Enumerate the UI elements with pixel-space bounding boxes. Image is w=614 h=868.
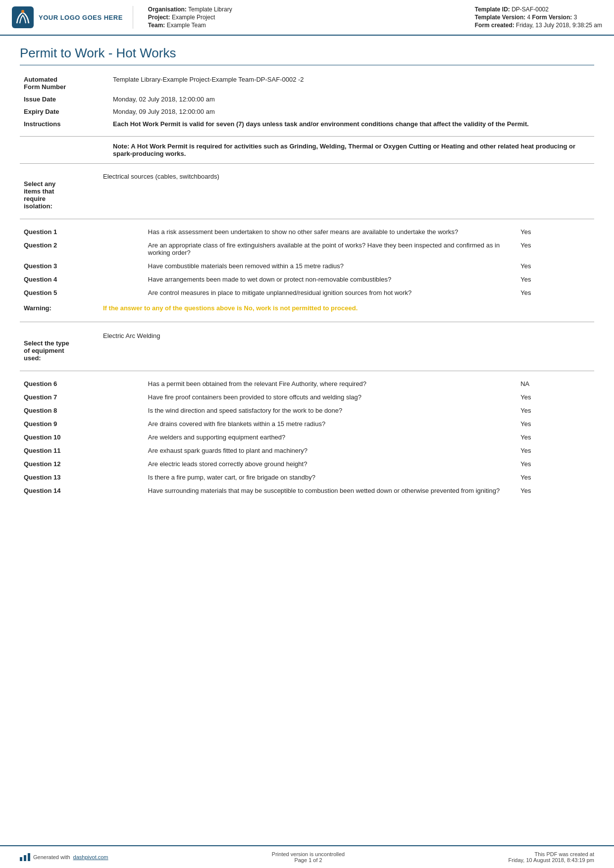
header-meta: Organisation: Template Library Project: … — [148, 6, 602, 29]
question-answer: Yes — [516, 390, 594, 404]
divider-4 — [20, 371, 594, 371]
question-text: Are welders and supporting equipment ear… — [144, 431, 516, 444]
pdf-created-date: Friday, 10 August 2018, 8:43:19 pm — [509, 857, 594, 863]
pdf-created-text: This PDF was created at — [509, 851, 594, 857]
expiry-date-value: Monday, 09 July 2018, 12:00:00 am — [109, 105, 594, 118]
question-id: Question 5 — [20, 286, 144, 299]
issue-date-value: Monday, 02 July 2018, 12:00:00 am — [109, 93, 594, 105]
question-id: Question 8 — [20, 404, 144, 417]
logo-icon — [12, 6, 34, 28]
logo-text: YOUR LOGO GOES HERE — [39, 14, 123, 21]
question-row: Question 10Are welders and supporting eq… — [20, 431, 594, 444]
warning-row: Warning: If the answer to any of the que… — [20, 301, 594, 315]
equipment-label: Select the type of equipment used: — [20, 329, 99, 365]
svg-rect-0 — [12, 6, 34, 28]
question-row: Question 2Are an appropriate class of fi… — [20, 239, 594, 259]
question-text: Has a risk assessment been undertaken to… — [144, 225, 516, 239]
footer: Generated with dashpivot.com Printed ver… — [0, 845, 614, 868]
question-id: Question 13 — [20, 471, 144, 484]
page: YOUR LOGO GOES HERE Organisation: Templa… — [0, 0, 614, 868]
question-text: Have arrangements been made to wet down … — [144, 273, 516, 286]
question-id: Question 1 — [20, 225, 144, 239]
project-field: Project: Example Project — [148, 14, 232, 21]
question-id: Question 12 — [20, 457, 144, 471]
warning-table: Warning: If the answer to any of the que… — [20, 301, 594, 315]
uncontrolled-text: Printed version is uncontrolled — [272, 851, 345, 857]
page-number: Page 1 of 2 — [272, 857, 345, 863]
question-id: Question 3 — [20, 259, 144, 273]
isolation-value: Electrical sources (cables, switchboards… — [99, 170, 594, 213]
question-answer: Yes — [516, 404, 594, 417]
organisation-field: Organisation: Template Library — [148, 6, 232, 13]
automated-label: Automated Form Number — [20, 73, 109, 93]
generated-text: Generated with — [33, 854, 70, 860]
question-answer: Yes — [516, 239, 594, 259]
question-answer: Yes — [516, 484, 594, 497]
header-meta-right: Template ID: DP-SAF-0002 Template Versio… — [475, 6, 602, 29]
question-text: Are exhaust spark guards fitted to plant… — [144, 444, 516, 457]
form-created-field: Form created: Friday, 13 July 2018, 9:38… — [475, 22, 602, 29]
question-text: Is there a fire pump, water cart, or fir… — [144, 471, 516, 484]
footer-bars-icon — [20, 853, 30, 861]
question-row: Question 9Are drains covered with fire b… — [20, 417, 594, 431]
issue-date-label: Issue Date — [20, 93, 109, 105]
question-row: Question 13Is there a fire pump, water c… — [20, 471, 594, 484]
question-answer: Yes — [516, 225, 594, 239]
question-id: Question 7 — [20, 390, 144, 404]
question-row: Question 11Are exhaust spark guards fitt… — [20, 444, 594, 457]
isolation-table: Select any items that require isolation:… — [20, 170, 594, 213]
divider-3 — [20, 219, 594, 219]
section-divider-1 — [20, 322, 594, 322]
question-text: Have combustible materials been removed … — [144, 259, 516, 273]
header: YOUR LOGO GOES HERE Organisation: Templa… — [0, 0, 614, 36]
question-row: Question 14Have surrounding materials th… — [20, 484, 594, 497]
template-version-field: Template Version: 4 Form Version: 3 — [475, 14, 602, 21]
document-title: Permit to Work - Hot Works — [20, 46, 594, 65]
question-text: Are control measures in place to mitigat… — [144, 286, 516, 299]
question-text: Has a permit been obtained from the rele… — [144, 377, 516, 390]
question-text: Is the wind direction and speed satisfac… — [144, 404, 516, 417]
instructions-row: Instructions Each Hot Work Permit is val… — [20, 118, 594, 130]
question-row: Question 4Have arrangements been made to… — [20, 273, 594, 286]
instructions-label: Instructions — [20, 118, 109, 130]
divider-2 — [20, 163, 594, 164]
question-row: Question 8Is the wind direction and spee… — [20, 404, 594, 417]
question-id: Question 11 — [20, 444, 144, 457]
expiry-date-row: Expiry Date Monday, 09 July 2018, 12:00:… — [20, 105, 594, 118]
question-id: Question 2 — [20, 239, 144, 259]
equipment-row: Select the type of equipment used: Elect… — [20, 329, 594, 365]
question-answer: Yes — [516, 273, 594, 286]
header-meta-left: Organisation: Template Library Project: … — [148, 6, 232, 29]
dashpivot-link[interactable]: dashpivot.com — [73, 854, 108, 860]
instructions-value: Each Hot Work Permit is valid for seven … — [109, 118, 594, 130]
equipment-value: Electric Arc Welding — [99, 329, 594, 365]
note-box: Note: A Hot Work Permit is required for … — [113, 143, 594, 157]
question-text: Are drains covered with fire blankets wi… — [144, 417, 516, 431]
warning-text: If the answer to any of the questions ab… — [99, 301, 594, 315]
question-answer: Yes — [516, 431, 594, 444]
svg-point-1 — [21, 10, 24, 13]
question-text: Have surrounding materials that may be s… — [144, 484, 516, 497]
question-id: Question 14 — [20, 484, 144, 497]
questions-table-2: Question 6Has a permit been obtained fro… — [20, 377, 594, 497]
question-answer: Yes — [516, 286, 594, 299]
question-text: Are an appropriate class of fire extingu… — [144, 239, 516, 259]
footer-right: This PDF was created at Friday, 10 Augus… — [509, 851, 594, 863]
question-row: Question 7Have fire proof containers bee… — [20, 390, 594, 404]
note-text: Note: A Hot Work Permit is required for … — [113, 143, 575, 157]
issue-date-row: Issue Date Monday, 02 July 2018, 12:00:0… — [20, 93, 594, 105]
question-text: Have fire proof containers been provided… — [144, 390, 516, 404]
questions-table-1: Question 1Has a risk assessment been und… — [20, 225, 594, 299]
automated-row: Automated Form Number Template Library-E… — [20, 73, 594, 93]
info-table: Automated Form Number Template Library-E… — [20, 73, 594, 130]
warning-label: Warning: — [20, 301, 99, 315]
question-row: Question 5Are control measures in place … — [20, 286, 594, 299]
logo-area: YOUR LOGO GOES HERE — [12, 6, 133, 29]
question-row: Question 1Has a risk assessment been und… — [20, 225, 594, 239]
automated-value: Template Library-Example Project-Example… — [109, 73, 594, 93]
question-answer: Yes — [516, 259, 594, 273]
divider-1 — [20, 136, 594, 137]
question-id: Question 6 — [20, 377, 144, 390]
footer-center: Printed version is uncontrolled Page 1 o… — [272, 851, 345, 863]
isolation-row: Select any items that require isolation:… — [20, 170, 594, 213]
